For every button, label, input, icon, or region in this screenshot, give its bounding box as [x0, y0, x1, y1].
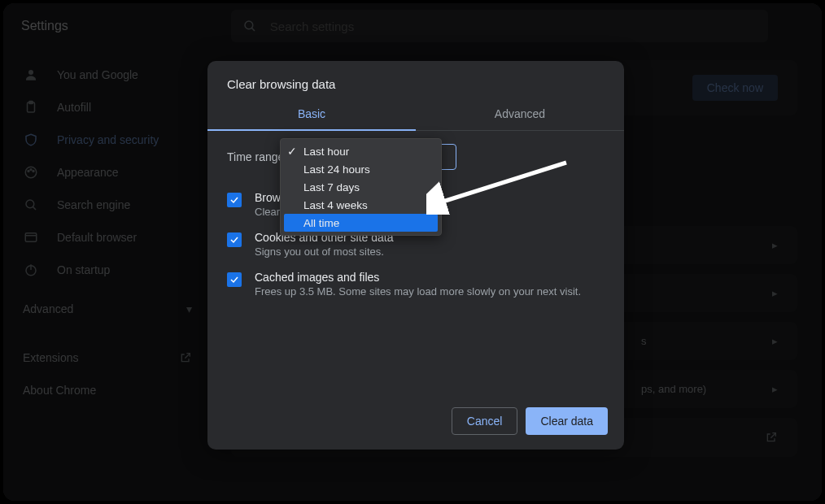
- svg-point-8: [33, 171, 34, 172]
- dropdown-item-label: Last hour: [303, 146, 349, 158]
- dropdown-item-all-time[interactable]: All time: [284, 214, 438, 232]
- sidebar-item-label: Extensions: [23, 351, 78, 364]
- sidebar: You and Google Autofill Privacy and secu…: [3, 52, 212, 413]
- open-external-icon: [179, 351, 192, 364]
- dropdown-item-last-7-days[interactable]: Last 7 days: [281, 178, 441, 196]
- sidebar-item-label: Privacy and security: [57, 133, 159, 146]
- dialog-tabs: Basic Advanced: [207, 98, 624, 131]
- header: Settings: [3, 3, 822, 49]
- svg-rect-4: [29, 102, 33, 104]
- clipboard-icon: [23, 100, 39, 115]
- clear-data-button[interactable]: Clear data: [526, 407, 608, 435]
- power-icon: [23, 263, 39, 277]
- chevron-down-icon: ▾: [186, 302, 192, 315]
- search-icon: [23, 198, 39, 212]
- sidebar-advanced-toggle[interactable]: Advanced ▾: [3, 293, 212, 325]
- chevron-right-icon: ▸: [772, 383, 778, 395]
- search-icon: [242, 19, 257, 33]
- checkbox-checked-icon[interactable]: [227, 193, 242, 207]
- sidebar-item-privacy-security[interactable]: Privacy and security: [3, 124, 212, 156]
- svg-point-7: [30, 169, 32, 171]
- tab-advanced[interactable]: Advanced: [416, 98, 624, 130]
- time-range-dropdown: ✓ Last hour Last 24 hours Last 7 days La…: [280, 138, 442, 236]
- sidebar-item-label: Autofill: [57, 101, 91, 114]
- sidebar-item-autofill[interactable]: Autofill: [3, 91, 212, 124]
- advanced-label: Advanced: [23, 302, 73, 315]
- sidebar-item-default-browser[interactable]: Default browser: [3, 221, 212, 254]
- tab-basic[interactable]: Basic: [207, 98, 416, 130]
- check-now-button[interactable]: Check now: [692, 75, 778, 101]
- check-icon: ✓: [287, 145, 297, 158]
- dropdown-item-label: All time: [303, 217, 339, 229]
- dropdown-item-last-4-weeks[interactable]: Last 4 weeks: [281, 196, 441, 214]
- sidebar-item-search-engine[interactable]: Search engine: [3, 189, 212, 221]
- sidebar-item-about-chrome[interactable]: About Chrome: [3, 374, 212, 406]
- dropdown-item-label: Last 7 days: [303, 181, 360, 193]
- chevron-right-icon: ▸: [772, 239, 778, 251]
- checkbox-checked-icon[interactable]: [227, 272, 242, 287]
- chevron-right-icon: ▸: [772, 335, 778, 347]
- open-external-icon: [765, 431, 778, 444]
- browser-icon: [23, 230, 39, 245]
- svg-line-10: [33, 206, 36, 210]
- option-title: Cached images and files: [255, 271, 581, 284]
- svg-rect-11: [25, 233, 37, 242]
- chevron-right-icon: ▸: [772, 287, 778, 299]
- search-input[interactable]: [270, 20, 757, 33]
- option-subtitle: Signs you out of most sites.: [255, 245, 393, 258]
- sidebar-item-label: About Chrome: [23, 384, 96, 397]
- option-cached-images[interactable]: Cached images and files Frees up 3.5 MB.…: [227, 264, 605, 304]
- checkbox-checked-icon[interactable]: [227, 232, 242, 247]
- dropdown-item-label: Last 24 hours: [303, 163, 370, 176]
- time-range-label: Time range: [227, 150, 284, 163]
- sidebar-item-label: You and Google: [57, 68, 138, 81]
- sidebar-item-on-startup[interactable]: On startup: [3, 254, 212, 286]
- page-title: Settings: [21, 19, 68, 33]
- person-icon: [23, 67, 39, 82]
- sidebar-item-label: Appearance: [57, 166, 119, 179]
- sidebar-item-you-and-google[interactable]: You and Google: [3, 59, 212, 91]
- palette-icon: [23, 165, 39, 180]
- search-container[interactable]: [231, 10, 768, 42]
- option-subtitle: Frees up 3.5 MB. Some sites may load mor…: [255, 285, 581, 298]
- sidebar-item-label: Default browser: [57, 231, 137, 244]
- sidebar-item-extensions[interactable]: Extensions: [3, 341, 212, 374]
- sidebar-item-appearance[interactable]: Appearance: [3, 156, 212, 189]
- sidebar-item-label: Search engine: [57, 198, 130, 211]
- svg-line-1: [251, 28, 255, 31]
- dropdown-item-last-hour[interactable]: ✓ Last hour: [281, 142, 441, 160]
- svg-point-0: [245, 21, 253, 29]
- shield-icon: [23, 133, 39, 147]
- svg-point-2: [28, 70, 33, 75]
- cancel-button[interactable]: Cancel: [452, 407, 518, 435]
- clear-browsing-data-dialog: Clear browsing data Basic Advanced Time …: [207, 61, 624, 450]
- dropdown-item-last-24-hours[interactable]: Last 24 hours: [281, 160, 441, 178]
- dialog-title: Clear browsing data: [207, 61, 624, 98]
- svg-point-9: [26, 200, 34, 208]
- sidebar-item-label: On startup: [57, 263, 110, 276]
- dropdown-item-label: Last 4 weeks: [303, 199, 368, 211]
- svg-point-6: [28, 171, 29, 172]
